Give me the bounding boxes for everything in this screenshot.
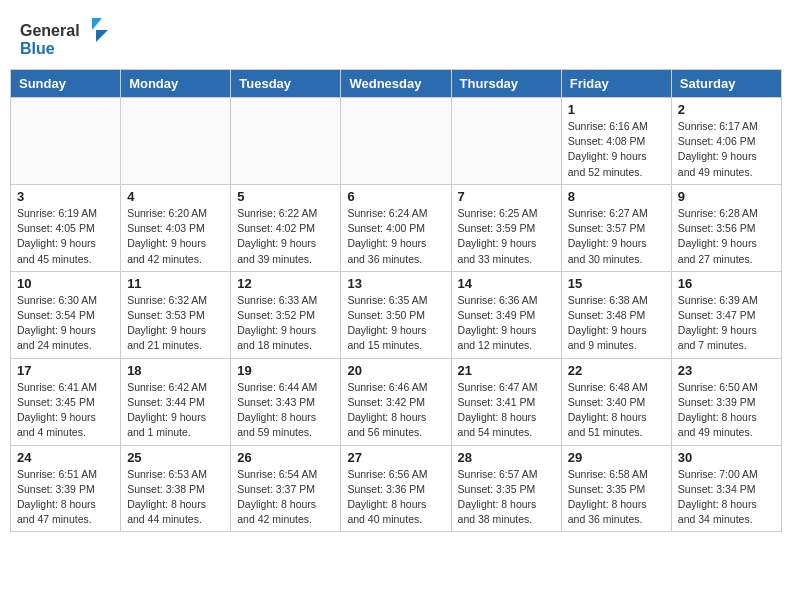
day-info: Sunrise: 6:24 AM Sunset: 4:00 PM Dayligh… xyxy=(347,206,444,267)
calendar-cell: 30Sunrise: 7:00 AM Sunset: 3:34 PM Dayli… xyxy=(671,445,781,532)
day-number: 5 xyxy=(237,189,334,204)
calendar-cell: 21Sunrise: 6:47 AM Sunset: 3:41 PM Dayli… xyxy=(451,358,561,445)
day-info: Sunrise: 6:32 AM Sunset: 3:53 PM Dayligh… xyxy=(127,293,224,354)
day-number: 3 xyxy=(17,189,114,204)
day-number: 12 xyxy=(237,276,334,291)
day-info: Sunrise: 6:58 AM Sunset: 3:35 PM Dayligh… xyxy=(568,467,665,528)
day-info: Sunrise: 7:00 AM Sunset: 3:34 PM Dayligh… xyxy=(678,467,775,528)
day-number: 28 xyxy=(458,450,555,465)
calendar-cell: 25Sunrise: 6:53 AM Sunset: 3:38 PM Dayli… xyxy=(121,445,231,532)
day-info: Sunrise: 6:33 AM Sunset: 3:52 PM Dayligh… xyxy=(237,293,334,354)
calendar-cell: 17Sunrise: 6:41 AM Sunset: 3:45 PM Dayli… xyxy=(11,358,121,445)
day-info: Sunrise: 6:54 AM Sunset: 3:37 PM Dayligh… xyxy=(237,467,334,528)
calendar-cell: 2Sunrise: 6:17 AM Sunset: 4:06 PM Daylig… xyxy=(671,98,781,185)
day-number: 2 xyxy=(678,102,775,117)
calendar-wrapper: SundayMondayTuesdayWednesdayThursdayFrid… xyxy=(0,69,792,542)
day-info: Sunrise: 6:27 AM Sunset: 3:57 PM Dayligh… xyxy=(568,206,665,267)
calendar-cell: 19Sunrise: 6:44 AM Sunset: 3:43 PM Dayli… xyxy=(231,358,341,445)
day-info: Sunrise: 6:38 AM Sunset: 3:48 PM Dayligh… xyxy=(568,293,665,354)
day-info: Sunrise: 6:46 AM Sunset: 3:42 PM Dayligh… xyxy=(347,380,444,441)
day-number: 26 xyxy=(237,450,334,465)
day-number: 14 xyxy=(458,276,555,291)
calendar-cell: 16Sunrise: 6:39 AM Sunset: 3:47 PM Dayli… xyxy=(671,271,781,358)
day-number: 16 xyxy=(678,276,775,291)
calendar-cell: 4Sunrise: 6:20 AM Sunset: 4:03 PM Daylig… xyxy=(121,184,231,271)
day-number: 9 xyxy=(678,189,775,204)
day-number: 22 xyxy=(568,363,665,378)
col-header-tuesday: Tuesday xyxy=(231,70,341,98)
calendar-cell xyxy=(231,98,341,185)
logo: GeneralBlue xyxy=(20,16,110,61)
calendar-cell: 12Sunrise: 6:33 AM Sunset: 3:52 PM Dayli… xyxy=(231,271,341,358)
day-number: 19 xyxy=(237,363,334,378)
calendar-cell: 11Sunrise: 6:32 AM Sunset: 3:53 PM Dayli… xyxy=(121,271,231,358)
day-info: Sunrise: 6:41 AM Sunset: 3:45 PM Dayligh… xyxy=(17,380,114,441)
calendar-week-4: 17Sunrise: 6:41 AM Sunset: 3:45 PM Dayli… xyxy=(11,358,782,445)
calendar-cell: 13Sunrise: 6:35 AM Sunset: 3:50 PM Dayli… xyxy=(341,271,451,358)
calendar-cell: 18Sunrise: 6:42 AM Sunset: 3:44 PM Dayli… xyxy=(121,358,231,445)
day-number: 25 xyxy=(127,450,224,465)
day-info: Sunrise: 6:48 AM Sunset: 3:40 PM Dayligh… xyxy=(568,380,665,441)
col-header-monday: Monday xyxy=(121,70,231,98)
day-info: Sunrise: 6:17 AM Sunset: 4:06 PM Dayligh… xyxy=(678,119,775,180)
calendar-cell: 22Sunrise: 6:48 AM Sunset: 3:40 PM Dayli… xyxy=(561,358,671,445)
calendar-week-5: 24Sunrise: 6:51 AM Sunset: 3:39 PM Dayli… xyxy=(11,445,782,532)
col-header-saturday: Saturday xyxy=(671,70,781,98)
calendar-cell: 1Sunrise: 6:16 AM Sunset: 4:08 PM Daylig… xyxy=(561,98,671,185)
day-number: 10 xyxy=(17,276,114,291)
day-number: 24 xyxy=(17,450,114,465)
day-number: 11 xyxy=(127,276,224,291)
day-number: 13 xyxy=(347,276,444,291)
svg-text:General: General xyxy=(20,22,80,39)
calendar-cell: 15Sunrise: 6:38 AM Sunset: 3:48 PM Dayli… xyxy=(561,271,671,358)
calendar-cell: 10Sunrise: 6:30 AM Sunset: 3:54 PM Dayli… xyxy=(11,271,121,358)
day-number: 7 xyxy=(458,189,555,204)
day-info: Sunrise: 6:47 AM Sunset: 3:41 PM Dayligh… xyxy=(458,380,555,441)
calendar-cell: 29Sunrise: 6:58 AM Sunset: 3:35 PM Dayli… xyxy=(561,445,671,532)
calendar-cell: 23Sunrise: 6:50 AM Sunset: 3:39 PM Dayli… xyxy=(671,358,781,445)
calendar-cell: 8Sunrise: 6:27 AM Sunset: 3:57 PM Daylig… xyxy=(561,184,671,271)
day-info: Sunrise: 6:35 AM Sunset: 3:50 PM Dayligh… xyxy=(347,293,444,354)
day-info: Sunrise: 6:30 AM Sunset: 3:54 PM Dayligh… xyxy=(17,293,114,354)
svg-marker-2 xyxy=(92,18,102,30)
day-number: 29 xyxy=(568,450,665,465)
day-info: Sunrise: 6:28 AM Sunset: 3:56 PM Dayligh… xyxy=(678,206,775,267)
day-number: 21 xyxy=(458,363,555,378)
day-number: 20 xyxy=(347,363,444,378)
day-info: Sunrise: 6:25 AM Sunset: 3:59 PM Dayligh… xyxy=(458,206,555,267)
day-number: 17 xyxy=(17,363,114,378)
day-info: Sunrise: 6:22 AM Sunset: 4:02 PM Dayligh… xyxy=(237,206,334,267)
calendar-table: SundayMondayTuesdayWednesdayThursdayFrid… xyxy=(10,69,782,532)
svg-text:Blue: Blue xyxy=(20,40,55,57)
calendar-cell: 7Sunrise: 6:25 AM Sunset: 3:59 PM Daylig… xyxy=(451,184,561,271)
day-number: 15 xyxy=(568,276,665,291)
calendar-cell: 27Sunrise: 6:56 AM Sunset: 3:36 PM Dayli… xyxy=(341,445,451,532)
calendar-cell: 28Sunrise: 6:57 AM Sunset: 3:35 PM Dayli… xyxy=(451,445,561,532)
day-info: Sunrise: 6:20 AM Sunset: 4:03 PM Dayligh… xyxy=(127,206,224,267)
day-number: 4 xyxy=(127,189,224,204)
calendar-header-row: SundayMondayTuesdayWednesdayThursdayFrid… xyxy=(11,70,782,98)
day-info: Sunrise: 6:56 AM Sunset: 3:36 PM Dayligh… xyxy=(347,467,444,528)
day-info: Sunrise: 6:42 AM Sunset: 3:44 PM Dayligh… xyxy=(127,380,224,441)
day-number: 23 xyxy=(678,363,775,378)
calendar-cell: 14Sunrise: 6:36 AM Sunset: 3:49 PM Dayli… xyxy=(451,271,561,358)
col-header-thursday: Thursday xyxy=(451,70,561,98)
calendar-cell: 3Sunrise: 6:19 AM Sunset: 4:05 PM Daylig… xyxy=(11,184,121,271)
calendar-cell: 6Sunrise: 6:24 AM Sunset: 4:00 PM Daylig… xyxy=(341,184,451,271)
logo-svg: GeneralBlue xyxy=(20,16,110,61)
day-number: 8 xyxy=(568,189,665,204)
calendar-cell xyxy=(121,98,231,185)
day-info: Sunrise: 6:57 AM Sunset: 3:35 PM Dayligh… xyxy=(458,467,555,528)
day-info: Sunrise: 6:39 AM Sunset: 3:47 PM Dayligh… xyxy=(678,293,775,354)
calendar-cell: 26Sunrise: 6:54 AM Sunset: 3:37 PM Dayli… xyxy=(231,445,341,532)
day-info: Sunrise: 6:16 AM Sunset: 4:08 PM Dayligh… xyxy=(568,119,665,180)
page-header: GeneralBlue xyxy=(0,0,792,69)
day-info: Sunrise: 6:44 AM Sunset: 3:43 PM Dayligh… xyxy=(237,380,334,441)
day-number: 18 xyxy=(127,363,224,378)
col-header-wednesday: Wednesday xyxy=(341,70,451,98)
calendar-week-2: 3Sunrise: 6:19 AM Sunset: 4:05 PM Daylig… xyxy=(11,184,782,271)
day-number: 1 xyxy=(568,102,665,117)
calendar-cell xyxy=(11,98,121,185)
calendar-cell: 20Sunrise: 6:46 AM Sunset: 3:42 PM Dayli… xyxy=(341,358,451,445)
calendar-cell xyxy=(451,98,561,185)
